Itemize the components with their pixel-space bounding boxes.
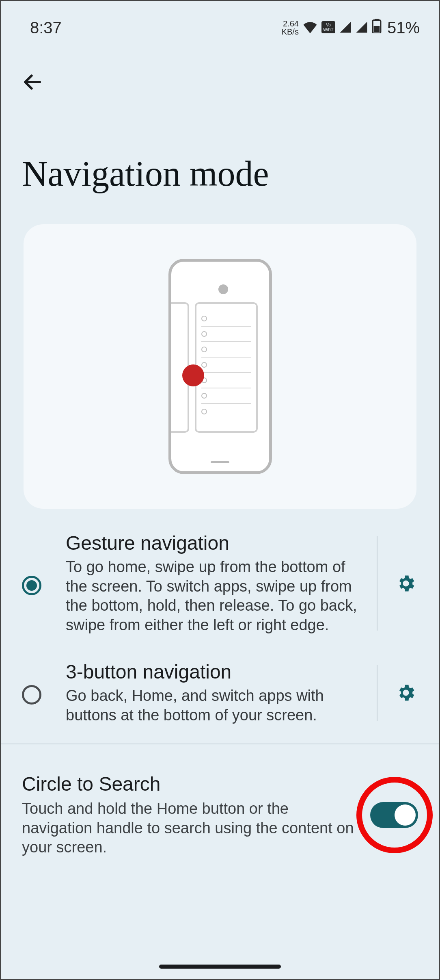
toggle-thumb-icon bbox=[395, 804, 416, 826]
svg-rect-5 bbox=[374, 26, 380, 33]
signal-1-icon bbox=[339, 19, 352, 37]
option-threebtn-desc: Go back, Home, and switch apps with butt… bbox=[66, 686, 365, 725]
vowifi-icon: VoWiFi2 bbox=[321, 19, 335, 37]
option-threebtn-text: 3-button navigation Go back, Home, and s… bbox=[66, 661, 377, 725]
option-gesture-desc: To go home, swipe up from the bottom of … bbox=[66, 557, 365, 635]
back-button[interactable] bbox=[16, 66, 49, 98]
signal-2-icon bbox=[356, 19, 368, 37]
circle-to-search-text: Circle to Search Touch and hold the Home… bbox=[22, 773, 370, 857]
phone-illustration bbox=[168, 259, 272, 474]
option-divider bbox=[377, 665, 377, 721]
battery-icon bbox=[372, 19, 382, 37]
gesture-settings-button[interactable] bbox=[394, 571, 418, 596]
network-rate: 2.64 KB/s bbox=[282, 20, 299, 36]
navigation-mode-options: Gesture navigation To go home, swipe up … bbox=[1, 523, 439, 742]
navigation-handle[interactable] bbox=[159, 965, 281, 969]
camera-dot-icon bbox=[218, 284, 228, 294]
option-threebtn-title: 3-button navigation bbox=[66, 661, 365, 683]
nav-handle-icon bbox=[211, 461, 229, 463]
gesture-preview-card bbox=[24, 224, 416, 509]
option-gesture-title: Gesture navigation bbox=[66, 532, 365, 554]
option-three-button-navigation[interactable]: 3-button navigation Go back, Home, and s… bbox=[1, 652, 439, 742]
circle-to-search-desc: Touch and hold the Home button or the na… bbox=[22, 799, 354, 857]
section-divider bbox=[1, 744, 439, 744]
phone-screen-right bbox=[195, 302, 258, 433]
circle-to-search-toggle[interactable] bbox=[370, 802, 418, 828]
arrow-left-icon bbox=[22, 71, 43, 93]
status-time: 8:37 bbox=[30, 19, 62, 37]
wifi-icon bbox=[303, 19, 317, 37]
radio-three-button[interactable] bbox=[22, 685, 41, 705]
circle-to-search-row[interactable]: Circle to Search Touch and hold the Home… bbox=[22, 773, 418, 857]
page-title: Navigation mode bbox=[22, 153, 269, 194]
status-bar: 8:37 2.64 KB/s VoWiFi2 51% bbox=[1, 1, 439, 41]
radio-gesture[interactable] bbox=[22, 576, 41, 595]
svg-text:WiFi2: WiFi2 bbox=[323, 28, 334, 32]
svg-text:Vo: Vo bbox=[326, 23, 331, 27]
gear-icon bbox=[395, 573, 416, 594]
status-right-cluster: 2.64 KB/s VoWiFi2 51% bbox=[282, 19, 420, 37]
option-gesture-navigation[interactable]: Gesture navigation To go home, swipe up … bbox=[1, 523, 439, 652]
battery-percent: 51% bbox=[387, 19, 420, 37]
three-button-settings-button[interactable] bbox=[394, 681, 418, 705]
touch-indicator-icon bbox=[182, 364, 204, 386]
circle-to-search-title: Circle to Search bbox=[22, 773, 354, 795]
gear-icon bbox=[395, 682, 416, 703]
option-gesture-text: Gesture navigation To go home, swipe up … bbox=[66, 532, 377, 635]
option-divider bbox=[377, 536, 377, 631]
